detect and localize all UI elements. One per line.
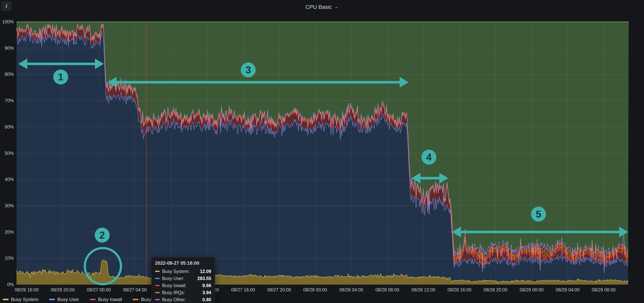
x-tick-label: 08/28 20:00 bbox=[477, 287, 514, 292]
series-color-dash-icon bbox=[155, 292, 160, 293]
series-color-dash-icon bbox=[90, 299, 96, 300]
chart-areas bbox=[16, 22, 629, 284]
tooltip-series-label: Busy Iowait: bbox=[162, 283, 186, 288]
info-icon-glyph: i bbox=[6, 3, 7, 9]
x-axis: 08/26 16:0008/26 20:0008/27 00:0008/27 0… bbox=[0, 287, 644, 295]
series-color-dash-icon bbox=[49, 299, 55, 300]
tooltip-series-label: Busy User: bbox=[162, 276, 184, 281]
legend-item-label: Busy Iowait bbox=[98, 297, 122, 302]
tooltip-timestamp: 2022-08-27 05:16:00 bbox=[155, 260, 211, 266]
chart-legend: Busy SystemBusy UserBusy IowaitBusy IRQs bbox=[3, 297, 164, 302]
tooltip-row-busy-system-: Busy System:12.09 bbox=[155, 268, 211, 275]
tooltip-rows: Busy System:12.09Busy User:283.55Busy Io… bbox=[155, 268, 211, 303]
svg-text:2: 2 bbox=[100, 230, 105, 241]
x-tick-label: 08/27 04:00 bbox=[116, 287, 154, 292]
svg-text:4: 4 bbox=[426, 152, 432, 163]
chart-tooltip: 2022-08-27 05:16:00 Busy System:12.09Bus… bbox=[151, 257, 215, 303]
tooltip-row-busy-user-: Busy User:283.55 bbox=[155, 275, 211, 282]
y-tick-label: 40% bbox=[0, 177, 14, 182]
annotation-number-1: 1 bbox=[53, 70, 68, 84]
series-color-dash-icon bbox=[155, 299, 160, 300]
y-tick-label: 0% bbox=[0, 282, 14, 287]
series-color-dash-icon bbox=[155, 285, 160, 286]
x-tick-label: 08/29 04:00 bbox=[549, 287, 586, 292]
x-tick-label: 08/27 00:00 bbox=[80, 287, 118, 292]
x-tick-label: 08/29 00:00 bbox=[513, 287, 550, 292]
y-tick-label: 20% bbox=[0, 229, 14, 235]
series-color-dash-icon bbox=[155, 278, 160, 279]
y-tick-label: 60% bbox=[0, 124, 14, 130]
legend-item-busy-iowait[interactable]: Busy Iowait bbox=[90, 297, 122, 302]
x-tick-label: 08/29 08:00 bbox=[585, 287, 622, 292]
svg-text:5: 5 bbox=[536, 209, 541, 220]
tooltip-series-value: 0.80 bbox=[202, 297, 211, 302]
x-tick-label: 08/26 20:00 bbox=[44, 287, 81, 292]
annotation-number-4: 4 bbox=[422, 150, 436, 165]
y-tick-label: 50% bbox=[0, 150, 14, 156]
series-color-dash-icon bbox=[3, 299, 9, 300]
svg-text:3: 3 bbox=[246, 64, 251, 76]
legend-item-busy-system[interactable]: Busy System bbox=[3, 297, 38, 302]
tooltip-row-busy-other-: Busy Other:0.80 bbox=[155, 296, 211, 303]
panel-title[interactable]: CPU Basic ⌄ bbox=[305, 4, 338, 10]
annotation-number-5: 5 bbox=[531, 207, 546, 222]
annotation-number-2: 2 bbox=[95, 228, 110, 243]
y-axis: 0%10%20%30%40%50%60%70%80%90%100% bbox=[0, 0, 16, 303]
legend-item-label: Busy System bbox=[11, 297, 38, 302]
annotation-number-3: 3 bbox=[241, 62, 256, 78]
x-tick-label: 08/27 16:00 bbox=[224, 287, 262, 292]
x-tick-label: 08/28 00:00 bbox=[296, 287, 334, 292]
series-color-dash-icon bbox=[132, 299, 138, 300]
tooltip-row-busy-irqs-: Busy IRQs:3.94 bbox=[155, 289, 211, 296]
y-tick-label: 90% bbox=[0, 46, 14, 51]
x-tick-label: 08/28 12:00 bbox=[405, 287, 442, 292]
legend-item-label: Busy User bbox=[57, 297, 79, 302]
y-tick-label: 70% bbox=[0, 98, 14, 103]
tooltip-series-value: 12.09 bbox=[200, 269, 211, 274]
legend-item-busy-user[interactable]: Busy User bbox=[49, 297, 79, 302]
tooltip-series-label: Busy System: bbox=[162, 269, 190, 274]
tooltip-series-value: 283.55 bbox=[198, 276, 211, 281]
cpu-usage-chart[interactable]: 12345 bbox=[0, 0, 644, 303]
tooltip-series-value: 3.94 bbox=[202, 290, 211, 295]
svg-text:1: 1 bbox=[58, 72, 64, 82]
grafana-cpu-panel: i CPU Basic ⌄ 12345 0%10%20%30%40%50%60%… bbox=[0, 0, 644, 303]
x-tick-label: 08/28 08:00 bbox=[368, 287, 406, 292]
x-tick-label: 08/26 16:00 bbox=[8, 287, 46, 292]
tooltip-series-value: 8.66 bbox=[202, 283, 211, 288]
series-color-dash-icon bbox=[155, 271, 160, 272]
tooltip-series-label: Busy IRQs: bbox=[162, 290, 185, 295]
y-tick-label: 10% bbox=[0, 256, 14, 261]
y-tick-label: 80% bbox=[0, 72, 14, 77]
tooltip-row-busy-iowait-: Busy Iowait:8.66 bbox=[155, 282, 211, 289]
chevron-down-icon: ⌄ bbox=[334, 4, 339, 10]
x-tick-label: 08/27 20:00 bbox=[260, 287, 298, 292]
panel-info-icon[interactable]: i bbox=[2, 1, 12, 11]
y-tick-label: 100% bbox=[0, 19, 14, 24]
x-tick-label: 08/28 16:00 bbox=[441, 287, 478, 292]
tooltip-series-label: Busy Other: bbox=[162, 297, 186, 302]
panel-title-text: CPU Basic bbox=[305, 4, 332, 10]
x-tick-label: 08/28 04:00 bbox=[332, 287, 370, 292]
y-tick-label: 30% bbox=[0, 203, 14, 208]
